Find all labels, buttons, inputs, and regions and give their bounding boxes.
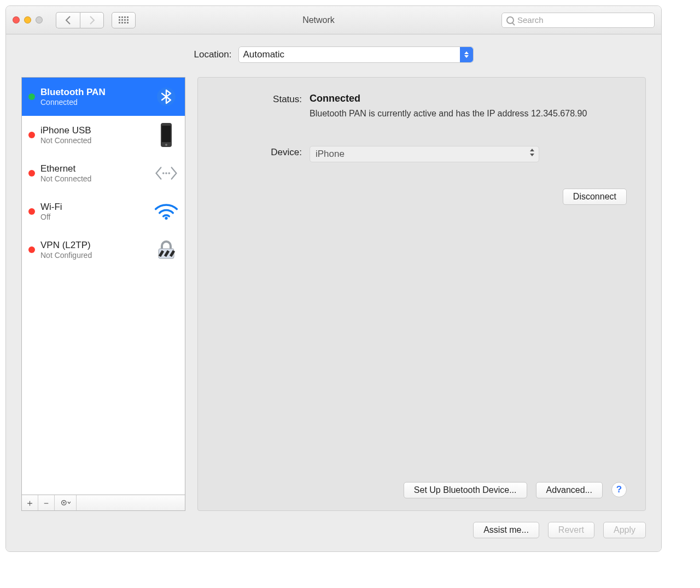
zoom-window-button[interactable]: [36, 16, 43, 23]
svg-rect-8: [119, 22, 120, 23]
forward-button[interactable]: [80, 12, 104, 28]
interface-status: Off: [40, 213, 149, 221]
interface-item-vpn[interactable]: VPN (L2TP) Not Configured: [22, 231, 185, 269]
svg-rect-7: [127, 19, 129, 21]
search-placeholder: Search: [517, 15, 544, 25]
interface-actions-button[interactable]: [55, 495, 77, 510]
svg-rect-3: [127, 16, 129, 18]
dropdown-arrows-icon: [460, 47, 473, 62]
interface-status: Not Configured: [40, 251, 149, 260]
status-indicator: [28, 170, 35, 177]
add-interface-button[interactable]: ＋: [22, 495, 38, 510]
interface-name: VPN (L2TP): [40, 240, 149, 251]
nav-buttons: [56, 12, 104, 28]
window-buttons: Assist me... Revert Apply: [21, 522, 646, 538]
search-input[interactable]: Search: [501, 13, 655, 28]
svg-point-16: [162, 172, 165, 174]
status-description: Bluetooth PAN is currently active and ha…: [310, 108, 627, 120]
svg-point-25: [63, 502, 65, 504]
device-dropdown[interactable]: iPhone: [310, 146, 539, 162]
location-label: Location:: [194, 49, 232, 60]
svg-point-15: [165, 144, 167, 146]
dropdown-arrows-icon: [530, 149, 534, 156]
bluetooth-icon: [154, 87, 178, 106]
setup-bluetooth-button[interactable]: Set Up Bluetooth Device...: [404, 482, 527, 498]
status-indicator: [28, 208, 35, 215]
interface-item-bluetooth-pan[interactable]: Bluetooth PAN Connected: [22, 78, 185, 116]
traffic-lights: [13, 16, 43, 23]
status-label: Status:: [217, 93, 310, 105]
interface-toolbar: ＋ －: [21, 495, 185, 511]
status-indicator: [28, 246, 35, 253]
gear-icon: [61, 499, 71, 507]
help-button[interactable]: ?: [611, 482, 627, 497]
window-title: Network: [140, 15, 497, 25]
svg-point-17: [165, 172, 167, 174]
interface-status: Not Connected: [40, 174, 149, 183]
interface-status: Connected: [40, 98, 149, 107]
status-indicator: [28, 93, 35, 100]
interface-list: Bluetooth PAN Connected iPhone USB Not C…: [21, 77, 185, 495]
interface-name: Wi-Fi: [40, 202, 149, 213]
svg-rect-5: [121, 19, 123, 21]
minimize-window-button[interactable]: [24, 16, 31, 23]
svg-rect-9: [121, 22, 123, 23]
chevron-left-icon: [65, 16, 72, 25]
interface-name: Bluetooth PAN: [40, 87, 149, 98]
apply-button[interactable]: Apply: [603, 522, 646, 538]
svg-rect-6: [124, 19, 126, 21]
assist-me-button[interactable]: Assist me...: [473, 522, 539, 538]
detail-panel: Status: Connected Bluetooth PAN is curre…: [197, 77, 646, 511]
svg-rect-10: [124, 22, 126, 23]
svg-rect-11: [127, 22, 129, 23]
interface-panel: Bluetooth PAN Connected iPhone USB Not C…: [21, 77, 185, 511]
svg-point-18: [168, 172, 171, 174]
svg-rect-2: [124, 16, 126, 18]
svg-rect-4: [119, 19, 120, 21]
device-label: Device:: [217, 146, 310, 158]
content: Location: Automatic Bluetooth PAN Connec…: [6, 34, 661, 551]
interface-item-ethernet[interactable]: Ethernet Not Connected: [22, 154, 185, 192]
titlebar: Network Search: [6, 6, 661, 34]
back-button[interactable]: [56, 12, 80, 28]
grid-icon: [119, 16, 129, 24]
advanced-button[interactable]: Advanced...: [536, 482, 603, 498]
search-icon: [506, 16, 514, 24]
svg-point-19: [165, 217, 167, 220]
chevron-right-icon: [89, 16, 95, 25]
disconnect-button[interactable]: Disconnect: [563, 189, 627, 205]
status-value: Connected: [310, 93, 627, 104]
location-dropdown[interactable]: Automatic: [238, 46, 474, 63]
interface-item-iphone-usb[interactable]: iPhone USB Not Connected: [22, 116, 185, 154]
svg-rect-14: [162, 126, 171, 142]
lock-icon: [154, 239, 178, 261]
svg-rect-1: [121, 16, 123, 18]
close-window-button[interactable]: [13, 16, 20, 23]
interface-name: iPhone USB: [40, 125, 149, 136]
iphone-icon: [154, 123, 178, 147]
device-value: iPhone: [316, 149, 345, 160]
location-row: Location: Automatic: [21, 46, 646, 63]
show-all-prefs-button[interactable]: [112, 12, 136, 28]
revert-button[interactable]: Revert: [548, 522, 594, 538]
ethernet-icon: [154, 164, 178, 182]
svg-rect-0: [119, 16, 120, 18]
interface-status: Not Connected: [40, 136, 149, 145]
interface-name: Ethernet: [40, 163, 149, 174]
remove-interface-button[interactable]: －: [38, 495, 55, 510]
status-indicator: [28, 132, 35, 138]
location-value: Automatic: [243, 49, 285, 60]
wifi-icon: [154, 202, 178, 221]
interface-item-wifi[interactable]: Wi-Fi Off: [22, 192, 185, 231]
